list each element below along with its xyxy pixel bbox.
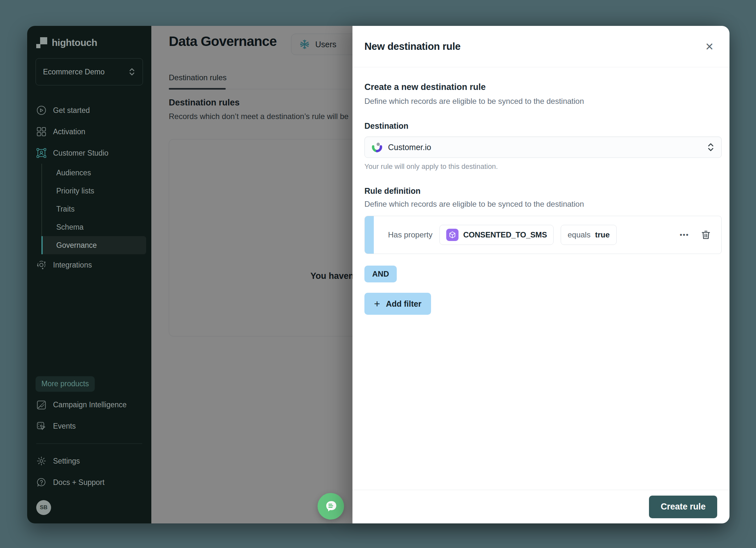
property-name: CONSENTED_TO_SMS <box>463 230 547 239</box>
destination-select[interactable]: Customer.io <box>364 136 722 158</box>
operator-button[interactable]: equals true <box>561 225 616 245</box>
sidebar-item-governance[interactable]: Governance <box>41 236 146 254</box>
cursor-click-icon <box>36 421 47 432</box>
chat-bubble-icon <box>324 499 338 513</box>
filter-condition-card: Has property CONSENTED_TO_SMS equals tru… <box>364 216 722 254</box>
sidebar-item-label: Settings <box>53 457 80 466</box>
more-products-label: More products <box>36 376 95 392</box>
workspace-name: Ecommerce Demo <box>43 68 104 76</box>
modal-title: New destination rule <box>364 41 460 52</box>
sidebar-item-settings[interactable]: Settings <box>32 450 146 472</box>
sidebar-item-priority-lists[interactable]: Priority lists <box>41 182 146 200</box>
add-filter-button[interactable]: + Add filter <box>364 293 431 315</box>
sidebar-item-get-started[interactable]: Get started <box>32 100 146 121</box>
destination-helper-text: Your rule will only apply to this destin… <box>364 162 722 171</box>
modal-heading: Create a new destination rule <box>364 82 722 92</box>
sidebar-divider <box>36 444 142 444</box>
sidebar-item-label: Events <box>53 422 76 431</box>
sidebar-item-label: Integrations <box>53 261 92 269</box>
filter-group-indicator <box>365 216 374 253</box>
create-rule-button[interactable]: Create rule <box>649 496 717 518</box>
operator-value: true <box>595 230 610 239</box>
filter-prefix-text: Has property <box>388 230 432 239</box>
more-products-text: More products <box>41 380 89 388</box>
customer-studio-submenu: Audiences Priority lists Traits Schema G… <box>41 164 146 254</box>
and-connector-badge[interactable]: AND <box>364 265 397 283</box>
sidebar-item-events[interactable]: Events <box>32 416 146 437</box>
sidebar-item-activation[interactable]: Activation <box>32 121 146 142</box>
chevron-updown-icon <box>128 68 135 76</box>
activation-grid-icon <box>36 126 47 137</box>
workspace-selector[interactable]: Ecommerce Demo <box>36 58 143 85</box>
modal-header: New destination rule × <box>352 26 729 67</box>
destination-select-value: Customer.io <box>388 143 431 152</box>
help-bubble-icon <box>36 477 47 488</box>
sidebar-item-label: Priority lists <box>56 187 94 195</box>
sidebar-item-docs-support[interactable]: Docs + Support <box>32 472 146 493</box>
sidebar-item-label: Customer Studio <box>53 149 108 157</box>
sidebar-item-label: Docs + Support <box>53 478 104 487</box>
hightouch-logo-text: hightouch <box>52 37 97 48</box>
new-destination-rule-modal: New destination rule × Create a new dest… <box>352 26 729 523</box>
hightouch-logo-icon <box>36 37 47 48</box>
sidebar-item-label: Audiences <box>56 168 91 177</box>
avatar[interactable]: SB <box>36 500 51 515</box>
add-filter-label: Add filter <box>386 299 421 309</box>
sidebar-item-campaign-intelligence[interactable]: Campaign Intelligence <box>32 394 146 416</box>
rule-definition-description: Define which records are eligible to be … <box>364 199 722 209</box>
sidebar-item-audiences[interactable]: Audiences <box>41 164 146 182</box>
rule-definition-label: Rule definition <box>364 186 722 196</box>
modal-subheading: Define which records are eligible to be … <box>364 97 722 106</box>
close-icon[interactable]: × <box>702 39 717 54</box>
sidebar-item-label: Campaign Intelligence <box>53 401 127 409</box>
sidebar-item-schema[interactable]: Schema <box>41 218 146 236</box>
property-selector-button[interactable]: CONSENTED_TO_SMS <box>439 225 554 245</box>
plus-icon: + <box>374 299 380 309</box>
play-circle-icon <box>36 105 47 115</box>
customer-studio-icon <box>36 148 47 158</box>
modal-body: Create a new destination rule Define whi… <box>364 67 722 315</box>
sidebar-item-customer-studio[interactable]: Customer Studio <box>32 142 146 164</box>
filter-more-options-icon[interactable]: ••• <box>680 231 689 239</box>
gear-icon <box>36 456 47 466</box>
hightouch-logo: hightouch <box>32 36 146 50</box>
modal-footer: Create rule <box>352 490 729 523</box>
chat-launcher-button[interactable] <box>318 493 344 520</box>
sidebar-item-label: Schema <box>56 223 83 231</box>
chevron-updown-icon <box>707 142 714 152</box>
sidebar: hightouch Ecommerce Demo Get started <box>27 26 151 523</box>
sidebar-item-label: Activation <box>53 127 85 136</box>
screen: hightouch Ecommerce Demo Get started <box>0 0 756 548</box>
sidebar-item-label: Get started <box>53 106 90 115</box>
sidebar-item-traits[interactable]: Traits <box>41 200 146 218</box>
customerio-logo-icon <box>372 142 382 152</box>
delete-filter-icon[interactable] <box>700 229 712 241</box>
operator-label: equals <box>567 230 590 239</box>
chart-image-icon <box>36 400 47 410</box>
sidebar-item-integrations[interactable]: Integrations <box>32 254 146 276</box>
avatar-initials: SB <box>40 504 48 511</box>
property-cube-icon <box>446 229 459 241</box>
sidebar-item-label: Traits <box>56 205 75 213</box>
integrations-orbit-icon <box>36 260 47 270</box>
sidebar-item-label: Governance <box>56 241 97 250</box>
destination-field-label: Destination <box>364 121 722 131</box>
